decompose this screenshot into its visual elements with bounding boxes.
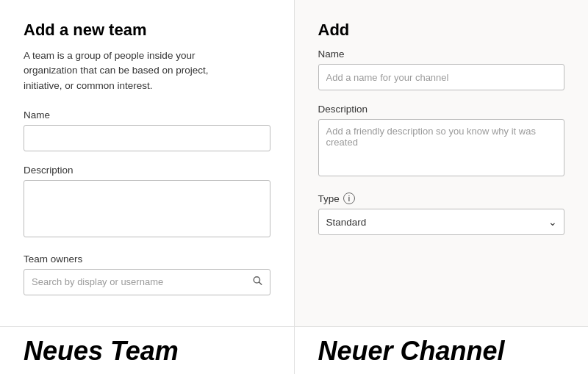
right-name-label: Name xyxy=(318,48,565,60)
bottom-label-left: Neues Team xyxy=(0,327,295,374)
left-panel-subtitle: A team is a group of people inside your … xyxy=(24,48,244,93)
right-type-select-wrapper: Standard Private ⌄ xyxy=(318,209,565,235)
left-name-field-group: Name xyxy=(24,109,270,151)
left-description-label: Description xyxy=(24,165,270,176)
left-panel: Add a new team A team is a group of peop… xyxy=(0,0,295,326)
right-name-input[interactable] xyxy=(318,64,565,90)
bottom-labels-row: Neues Team Neuer Channel xyxy=(0,326,588,374)
left-owners-field-group: Team owners xyxy=(24,253,270,295)
left-description-input[interactable] xyxy=(24,180,270,237)
right-type-field-group: Type i Standard Private ⌄ xyxy=(318,193,565,235)
left-panel-title: Add a new team xyxy=(24,21,270,40)
right-panel-title: Add xyxy=(318,21,565,40)
left-owners-search-wrapper xyxy=(24,269,270,295)
type-info-icon[interactable]: i xyxy=(343,193,355,204)
left-name-label: Name xyxy=(24,109,270,121)
right-description-label: Description xyxy=(318,104,565,115)
bottom-label-right: Neuer Channel xyxy=(295,327,589,374)
left-owners-search-input[interactable] xyxy=(24,269,270,295)
right-type-select[interactable]: Standard Private xyxy=(318,209,565,235)
left-owners-label: Team owners xyxy=(24,253,270,265)
left-name-input[interactable] xyxy=(24,125,270,151)
right-description-field-group: Description xyxy=(318,104,565,179)
right-description-input[interactable] xyxy=(318,119,565,176)
right-type-label: Type i xyxy=(318,193,565,204)
right-name-field-group: Name xyxy=(318,48,565,90)
left-description-field-group: Description xyxy=(24,165,270,240)
right-panel: Add Name Description Type i Standard Pri… xyxy=(295,0,589,326)
